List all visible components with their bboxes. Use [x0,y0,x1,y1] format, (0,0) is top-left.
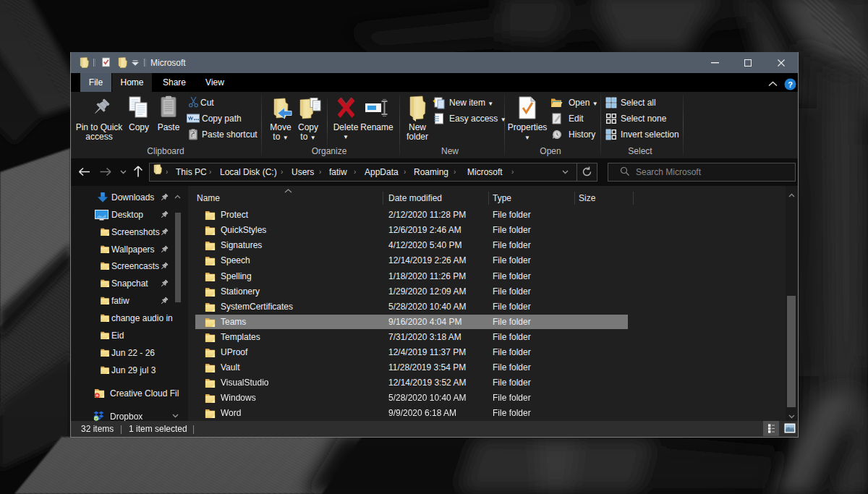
svg-text:?: ? [788,80,793,89]
